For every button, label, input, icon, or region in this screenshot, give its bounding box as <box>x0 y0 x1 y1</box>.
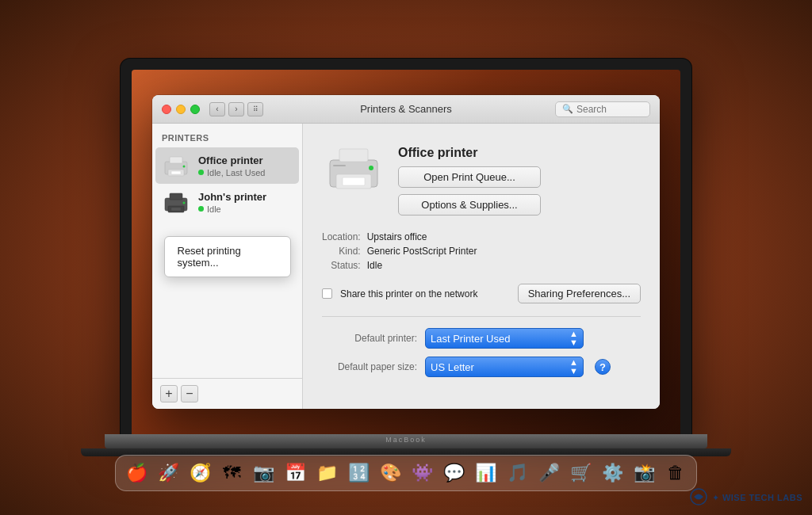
kind-value: Generic PostScript Printer <box>367 246 641 257</box>
svg-rect-3 <box>171 171 181 174</box>
options-supplies-button[interactable]: Options & Supplies... <box>398 194 541 216</box>
info-section: Location: Upstairs office Kind: Generic … <box>322 231 641 271</box>
default-printer-row: Default printer: Last Printer Used ▲▼ <box>322 328 641 349</box>
back-button[interactable]: ‹ <box>209 102 225 116</box>
nav-buttons: ‹ › <box>209 102 244 116</box>
dock-icon-safari[interactable]: 🧭 <box>186 459 214 487</box>
share-checkbox[interactable] <box>322 288 332 299</box>
printer-status-2: Idle <box>198 204 266 214</box>
status-value: Idle <box>367 260 641 271</box>
share-label: Share this printer on the network <box>340 288 477 299</box>
printer-large-icon <box>322 143 385 198</box>
select-arrows-paper-icon: ▲▼ <box>569 358 578 376</box>
dock-icon-launchpad[interactable]: 🚀 <box>154 459 182 487</box>
printer-name-1: Office printer <box>198 154 265 166</box>
printer-detail-right: Office printer Open Print Queue... Optio… <box>398 143 541 216</box>
dock-icon-art[interactable]: 🎨 <box>376 459 404 487</box>
printer-status-text-1: Idle, Last Used <box>207 168 265 177</box>
dock-icon-photos[interactable]: 📷 <box>249 459 278 487</box>
search-icon: 🔍 <box>562 104 573 114</box>
status-dot-1 <box>198 170 204 175</box>
dock-icon-maps[interactable]: 🗺 <box>217 459 246 487</box>
macbook: ‹ › ⠿ Printers & Scanners 🔍 Printers <box>81 59 731 456</box>
dock-icon-calculator[interactable]: 🔢 <box>344 459 373 487</box>
printer-item-2[interactable]: John's printer Idle <box>152 184 302 220</box>
dock-icon-settings[interactable]: ⚙️ <box>598 459 626 487</box>
svg-point-9 <box>183 202 186 204</box>
close-button[interactable] <box>162 105 171 114</box>
dock-icon-camera[interactable]: 📸 <box>630 459 658 487</box>
context-menu: Reset printing system... <box>164 236 291 277</box>
default-printer-select[interactable]: Last Printer Used ▲▼ <box>425 328 584 349</box>
sidebar: Printers <box>152 124 303 409</box>
screen-bezel: ‹ › ⠿ Printers & Scanners 🔍 Printers <box>121 59 691 434</box>
branding: ✦ WISE TECH LABS <box>690 488 802 505</box>
dock-icon-messages[interactable]: 💬 <box>439 459 468 487</box>
add-printer-button[interactable]: + <box>160 385 178 402</box>
printer-info-2: John's printer Idle <box>198 191 266 214</box>
main-panel: Office printer Open Print Queue... Optio… <box>303 124 660 409</box>
brand-logo-icon <box>690 488 707 505</box>
title-bar: ‹ › ⠿ Printers & Scanners 🔍 <box>152 95 660 124</box>
svg-rect-12 <box>339 149 368 162</box>
help-button[interactable]: ? <box>595 359 611 375</box>
dock-icon-finder2[interactable]: 📁 <box>312 459 341 487</box>
os-window: ‹ › ⠿ Printers & Scanners 🔍 Printers <box>152 95 660 409</box>
select-arrows-icon: ▲▼ <box>569 330 578 347</box>
divider <box>322 316 641 317</box>
location-value: Upstairs office <box>367 231 641 242</box>
open-print-queue-button[interactable]: Open Print Queue... <box>398 166 541 188</box>
svg-rect-7 <box>170 193 182 200</box>
dock-icon-facetime[interactable]: 👾 <box>408 459 436 487</box>
share-row: Share this printer on the network Sharin… <box>322 284 641 303</box>
traffic-lights <box>162 105 200 114</box>
default-printer-value: Last Printer Used <box>431 333 510 345</box>
svg-rect-13 <box>343 177 365 185</box>
remove-printer-button[interactable]: − <box>181 385 198 402</box>
status-label: Status: <box>322 260 361 271</box>
status-dot-2 <box>198 206 204 212</box>
dock-icon-numbers[interactable]: 📊 <box>471 459 500 487</box>
svg-point-4 <box>183 166 186 168</box>
dock-icon-itunes[interactable]: 🎤 <box>534 459 563 487</box>
search-input[interactable] <box>576 104 648 115</box>
printer-icon-1 <box>162 154 190 177</box>
location-label: Location: <box>322 231 361 242</box>
default-paper-label: Default paper size: <box>322 361 417 372</box>
dock-icon-finder[interactable]: 🍎 <box>122 459 151 487</box>
kind-label: Kind: <box>322 246 361 257</box>
printer-info-1: Office printer Idle, Last Used <box>198 154 265 177</box>
macbook-label: MacBook <box>385 436 427 444</box>
dock: 🍎 🚀 🧭 🗺 📷 📅 📁 🔢 🎨 👾 💬 📊 🎵 🎤 🛒 ⚙️ 📸 🗑 <box>115 455 697 491</box>
dock-icon-music[interactable]: 🎵 <box>503 459 531 487</box>
grid-button[interactable]: ⠿ <box>247 102 263 116</box>
search-bar[interactable]: 🔍 <box>555 101 650 117</box>
default-paper-select[interactable]: US Letter ▲▼ <box>425 357 584 377</box>
reset-printing-system[interactable]: Reset printing system... <box>165 240 290 273</box>
default-printer-label: Default printer: <box>322 333 417 344</box>
svg-rect-2 <box>170 157 182 163</box>
svg-rect-8 <box>171 208 181 211</box>
default-paper-value: US Letter <box>431 361 474 373</box>
forward-button[interactable]: › <box>228 102 244 116</box>
macbook-bottom: MacBook <box>105 434 707 448</box>
printer-detail-header: Office printer Open Print Queue... Optio… <box>322 143 641 216</box>
svg-point-14 <box>369 166 373 170</box>
brand-name: ✦ WISE TECH LABS <box>712 490 802 504</box>
dock-icon-calendar[interactable]: 📅 <box>281 459 309 487</box>
printer-name-2: John's printer <box>198 191 266 203</box>
printer-detail-name: Office printer <box>398 146 541 160</box>
sidebar-header: Printers <box>152 130 302 147</box>
dock-icon-trash[interactable]: 🗑 <box>661 459 690 487</box>
svg-rect-15 <box>333 165 346 166</box>
printer-icon-2 <box>162 190 190 214</box>
sharing-preferences-button[interactable]: Sharing Preferences... <box>518 284 641 303</box>
sidebar-bottom: + − <box>152 378 302 409</box>
printer-status-text-2: Idle <box>207 204 221 214</box>
minimize-button[interactable] <box>176 105 186 114</box>
printer-status-1: Idle, Last Used <box>198 168 265 177</box>
window-title: Printers & Scanners <box>360 103 452 115</box>
maximize-button[interactable] <box>190 105 200 114</box>
printer-item-1[interactable]: Office printer Idle, Last Used <box>155 147 299 184</box>
dock-icon-appstore[interactable]: 🛒 <box>566 459 595 487</box>
